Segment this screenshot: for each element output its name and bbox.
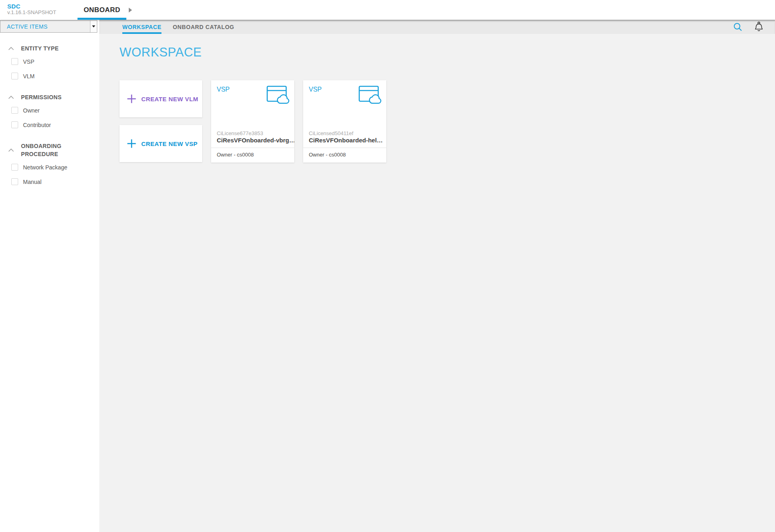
filter-section-entity-type: ENTITY TYPE VSP VLM	[0, 44, 99, 79]
card-license-name: CiLicense677e3853	[211, 130, 294, 136]
workspace-main: WORKSPACE CREATE NEW VLM CREATE NEW VSP …	[99, 34, 775, 532]
card-name: CiResVFOnboarded-hel…	[303, 136, 386, 148]
app-name: SDC	[7, 3, 56, 10]
plus-icon	[127, 139, 136, 148]
chevron-up-icon	[8, 148, 14, 152]
search-icon[interactable]	[733, 22, 743, 32]
app-logo: SDC v.1.16.1-SNAPSHOT	[7, 3, 56, 16]
filter-section-permissions: PERMISSIONS Owner Contributor	[0, 93, 99, 128]
manual-checkbox[interactable]	[11, 178, 18, 185]
create-new-vsp-label: CREATE NEW VSP	[141, 140, 198, 147]
vsp-card[interactable]: VSP CiLicensed50411ef CiResVFOnboarded-h…	[303, 80, 386, 163]
permissions-section-header[interactable]: PERMISSIONS	[0, 93, 99, 101]
workspace-toolbar: WORKSPACE ONBOARD CATALOG	[99, 20, 775, 34]
sidebar-top-strip: ACTIVE ITEMS	[0, 20, 99, 34]
page-title: WORKSPACE	[119, 45, 202, 60]
chevron-up-icon	[8, 47, 14, 50]
nav-scroll-right-icon[interactable]	[129, 8, 132, 13]
vlm-checkbox[interactable]	[11, 73, 18, 79]
card-owner: Owner - cs0008	[211, 148, 294, 163]
select-arrow-box[interactable]	[90, 21, 97, 32]
owner-checkbox-label: Owner	[23, 107, 40, 114]
card-entity-type: VSP	[217, 86, 230, 130]
owner-checkbox[interactable]	[11, 107, 18, 114]
tab-onboard-catalog[interactable]: ONBOARD CATALOG	[173, 20, 234, 34]
tab-workspace[interactable]: WORKSPACE	[122, 20, 161, 34]
chevron-up-icon	[8, 96, 14, 99]
network-package-checkbox[interactable]	[11, 164, 18, 171]
active-items-select-value: ACTIVE ITEMS	[0, 23, 90, 30]
section-title: ONBOARDING PROCEDURE	[21, 142, 75, 158]
filter-sidebar: ENTITY TYPE VSP VLM PERMISSIONS Owner Co…	[0, 34, 99, 532]
app-version: v.1.16.1-SNAPSHOT	[7, 10, 56, 16]
nav-tab-active-underline	[78, 18, 126, 20]
filter-option-vsp: VSP	[0, 58, 99, 65]
chevron-down-icon	[92, 25, 95, 27]
card-license-name: CiLicensed50411ef	[303, 130, 386, 136]
vsp-cloud-icon	[266, 85, 289, 130]
card-name: CiResVFOnboarded-vbrg…	[211, 136, 294, 148]
filter-section-onboarding-procedure: ONBOARDING PROCEDURE Network Package Man…	[0, 142, 99, 185]
vsp-checkbox-label: VSP	[23, 58, 34, 65]
notification-bell-icon[interactable]	[754, 21, 764, 32]
vsp-card[interactable]: VSP CiLicense677e3853 CiResVFOnboarded-v…	[211, 80, 294, 163]
tab-onboard-catalog-label: ONBOARD CATALOG	[173, 24, 234, 30]
create-new-vlm-label: CREATE NEW VLM	[141, 96, 198, 102]
section-title: PERMISSIONS	[21, 93, 62, 101]
create-new-vlm-button[interactable]: CREATE NEW VLM	[119, 80, 202, 117]
nav-tab-onboard[interactable]: ONBOARD	[78, 0, 126, 20]
vsp-checkbox[interactable]	[11, 58, 18, 65]
manual-checkbox-label: Manual	[23, 179, 42, 185]
filter-option-vlm: VLM	[0, 73, 99, 79]
network-package-checkbox-label: Network Package	[23, 164, 67, 171]
filter-option-contributor: Contributor	[0, 121, 99, 128]
active-items-select[interactable]: ACTIVE ITEMS	[0, 20, 97, 33]
filter-option-owner: Owner	[0, 107, 99, 114]
filter-option-network-package: Network Package	[0, 164, 99, 171]
create-new-vsp-button[interactable]: CREATE NEW VSP	[119, 125, 202, 162]
vsp-cloud-icon	[358, 85, 381, 130]
filter-option-manual: Manual	[0, 178, 99, 185]
card-owner: Owner - cs0008	[303, 148, 386, 163]
contributor-checkbox[interactable]	[11, 121, 18, 128]
section-title: ENTITY TYPE	[21, 44, 59, 52]
card-entity-type: VSP	[309, 86, 322, 130]
plus-icon	[127, 94, 136, 104]
onboarding-procedure-section-header[interactable]: ONBOARDING PROCEDURE	[0, 142, 99, 158]
contributor-checkbox-label: Contributor	[23, 122, 51, 128]
tab-workspace-label: WORKSPACE	[122, 24, 161, 30]
app-header: SDC v.1.16.1-SNAPSHOT ONBOARD	[0, 0, 775, 20]
vlm-checkbox-label: VLM	[23, 73, 35, 79]
entity-type-section-header[interactable]: ENTITY TYPE	[0, 44, 99, 52]
